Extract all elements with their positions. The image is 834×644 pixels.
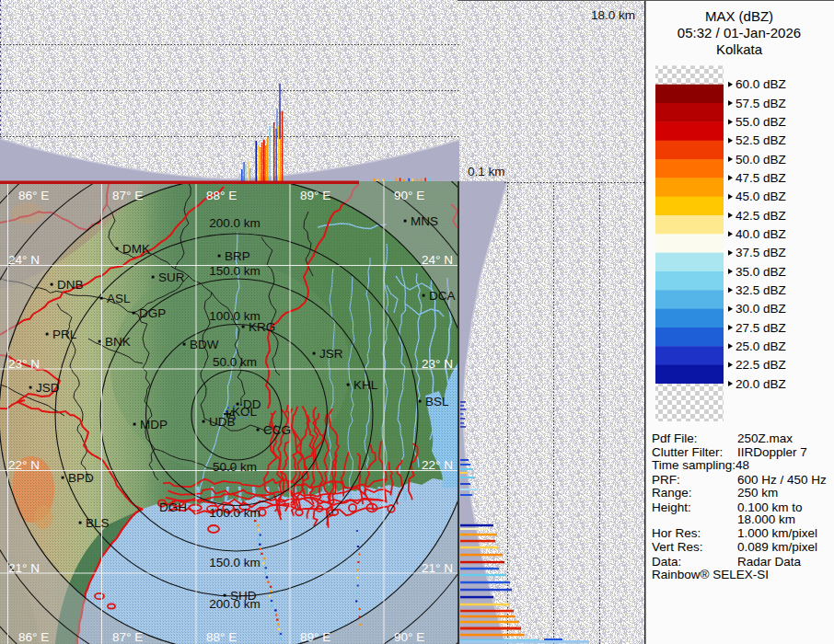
svg-text:KHL: KHL [353,378,378,392]
svg-text:Vert Res:: Vert Res: [652,540,703,554]
svg-text:BLS: BLS [86,516,110,530]
svg-text:600 Hz / 450 Hz: 600 Hz / 450 Hz [737,473,827,487]
svg-text:250Z.max: 250Z.max [737,431,793,445]
svg-text:24° N: 24° N [422,253,453,267]
svg-text:52.5 dBZ: 52.5 dBZ [736,133,786,147]
svg-text:60.0 dBZ: 60.0 dBZ [736,77,786,91]
svg-text:50.0 dBZ: 50.0 dBZ [736,153,786,167]
svg-text:40.0 dBZ: 40.0 dBZ [736,227,786,241]
svg-text:20.0 dBZ: 20.0 dBZ [736,377,786,391]
svg-text:87° E: 87° E [112,189,143,202]
svg-text:18.000 km: 18.000 km [737,512,795,526]
svg-text:Range:: Range: [652,486,692,500]
svg-text:Pdf File:: Pdf File: [652,431,698,445]
svg-text:90° E: 90° E [394,189,424,202]
svg-text:0.089 km/pixel: 0.089 km/pixel [737,540,817,554]
svg-text:24° N: 24° N [8,253,40,267]
svg-text:18.0 km: 18.0 km [591,8,635,22]
svg-text:IIRDoppler 7: IIRDoppler 7 [737,445,807,459]
svg-text:57.5 dBZ: 57.5 dBZ [736,97,786,110]
svg-text:MAX (dBZ): MAX (dBZ) [705,8,773,24]
svg-text:Height:: Height: [652,500,691,514]
svg-text:22° N: 22° N [422,458,453,472]
svg-text:42.5 dBZ: 42.5 dBZ [736,209,786,223]
svg-text:BDW: BDW [190,338,219,351]
svg-text:Data:: Data: [652,555,681,569]
svg-text:Clutter Filter:: Clutter Filter: [652,445,723,459]
svg-text:22.5 dBZ: 22.5 dBZ [736,358,786,372]
svg-text:BRP: BRP [225,249,250,263]
svg-text:35.0 dBZ: 35.0 dBZ [736,265,786,279]
svg-text:32.5 dBZ: 32.5 dBZ [736,283,786,297]
svg-text:DCA: DCA [429,289,456,303]
svg-text:KRG: KRG [249,320,275,334]
svg-text:86° E: 86° E [18,189,49,202]
svg-text:Kolkata: Kolkata [716,41,763,57]
svg-text:Radar Data: Radar Data [737,555,802,569]
svg-text:21° N: 21° N [422,561,453,575]
svg-text:DNB: DNB [57,278,84,292]
svg-text:DGP: DGP [139,306,166,320]
svg-text:BPD: BPD [68,471,94,485]
svg-text:SUR: SUR [158,270,185,284]
svg-text:50.0 km: 50.0 km [213,355,257,369]
svg-text:KOL: KOL [232,405,258,419]
svg-text:DGH: DGH [159,500,187,514]
svg-text:37.5 dBZ: 37.5 dBZ [736,246,786,259]
svg-text:BSL: BSL [425,395,449,408]
svg-text:BNK: BNK [105,335,131,349]
svg-text:0.1 km: 0.1 km [468,165,505,178]
svg-text:55.0 dBZ: 55.0 dBZ [736,115,786,129]
svg-text:Hor Res:: Hor Res: [652,526,701,540]
svg-text:150.0 km: 150.0 km [209,264,261,278]
svg-text:PRF:: PRF: [652,473,680,487]
svg-text:SHD: SHD [230,589,257,603]
svg-text:86° E: 86° E [18,630,49,644]
svg-text:100.0 km: 100.0 km [209,506,261,520]
svg-text:MNS: MNS [411,214,438,228]
svg-text:JSD: JSD [36,381,60,395]
svg-text:DMK: DMK [122,242,150,256]
svg-text:Time sampling:48: Time sampling:48 [652,458,749,472]
svg-text:JSR: JSR [319,347,343,361]
svg-text:30.0 dBZ: 30.0 dBZ [736,302,786,316]
svg-text:88° E: 88° E [206,189,237,202]
svg-text:PRL: PRL [52,328,77,341]
svg-text:MDP: MDP [140,418,168,431]
svg-text:90° E: 90° E [394,630,424,644]
svg-text:27.5 dBZ: 27.5 dBZ [736,321,786,335]
svg-text:47.5 dBZ: 47.5 dBZ [736,171,786,185]
svg-text:87° E: 87° E [112,630,143,644]
svg-text:89° E: 89° E [300,189,330,202]
svg-text:250 km: 250 km [737,486,778,500]
svg-text:23° N: 23° N [422,357,453,371]
svg-text:1.000 km/pixel: 1.000 km/pixel [737,526,817,540]
svg-text:150.0 km: 150.0 km [209,556,261,569]
svg-text:25.0 dBZ: 25.0 dBZ [736,339,786,353]
svg-text:200.0 km: 200.0 km [209,216,261,230]
svg-text:21° N: 21° N [8,561,40,575]
svg-text:ASL: ASL [107,292,131,305]
svg-text:45.0 dBZ: 45.0 dBZ [736,190,786,203]
svg-text:88° E: 88° E [206,630,237,644]
svg-text:23° N: 23° N [8,357,40,371]
svg-text:89° E: 89° E [300,630,330,644]
svg-text:05:32 / 01-Jan-2026: 05:32 / 01-Jan-2026 [678,25,801,40]
svg-text:Rainbow® SELEX-SI: Rainbow® SELEX-SI [652,568,769,581]
svg-text:22° N: 22° N [8,458,40,472]
svg-text:50.0 km: 50.0 km [213,460,257,474]
svg-text:CCG: CCG [263,423,291,437]
